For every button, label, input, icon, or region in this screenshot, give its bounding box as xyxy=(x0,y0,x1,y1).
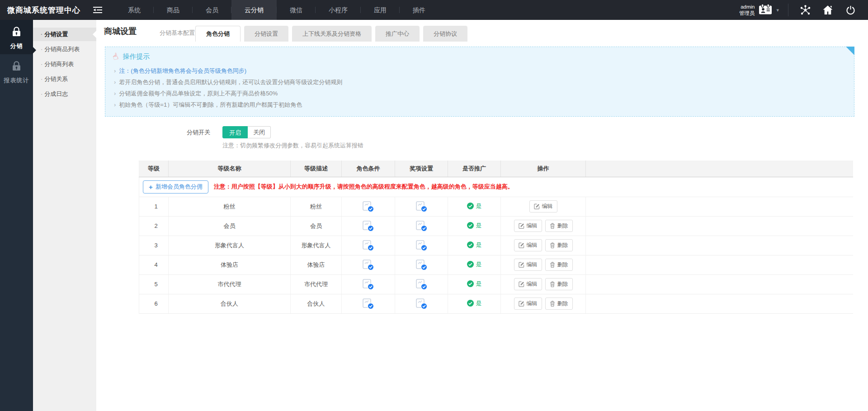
tab-0[interactable]: 角色分销 xyxy=(195,26,241,42)
topbar-nav-item-1[interactable]: 商品 xyxy=(154,0,193,20)
tip-text: 注：(角色分销新增角色将会与会员等级角色同步) xyxy=(119,67,246,74)
level-desc-cell: 粉丝 xyxy=(291,197,342,216)
table-body: 1 粉丝 粉丝 xyxy=(139,197,854,313)
submenu-item-2[interactable]: ·分销商列表 xyxy=(33,57,96,71)
topbar-nav-item-0[interactable]: 系统 xyxy=(115,0,154,20)
page-subtitle: 分销基本配置 xyxy=(160,29,195,37)
topbar-nav-item-5[interactable]: 小程序 xyxy=(316,0,361,20)
topbar-nav-item-6[interactable]: 应用 xyxy=(361,0,400,20)
bullet-dot: · xyxy=(41,76,42,82)
nav-item-label: 云分销 xyxy=(245,6,264,14)
tab-3[interactable]: 推广中心 xyxy=(375,26,420,42)
topbar-nav-item-2[interactable]: 会员 xyxy=(193,0,231,20)
edit-check-icon[interactable] xyxy=(362,278,374,290)
distribution-switch-row: 分销开关 开启 关闭 xyxy=(96,126,868,138)
topbar-nav-item-7[interactable]: 插件 xyxy=(400,0,439,20)
table-row: 6 合伙人 合伙人 xyxy=(139,294,854,313)
role-condition-cell xyxy=(342,216,395,236)
submenu-item-1[interactable]: ·分销商品列表 xyxy=(33,43,96,56)
edit-label: 编辑 xyxy=(527,261,538,269)
edit-button[interactable]: 编辑 xyxy=(514,239,542,251)
nav-item-label: 系统 xyxy=(128,6,141,14)
delete-label: 删除 xyxy=(557,222,568,230)
operations-cell: 编辑 删除 xyxy=(501,255,586,274)
edit-check-icon[interactable] xyxy=(362,200,374,213)
level-name-cell: 合伙人 xyxy=(169,294,291,313)
user-info: admin 管理员 xyxy=(739,4,755,17)
delete-button[interactable]: 删除 xyxy=(545,259,573,271)
edit-check-icon[interactable] xyxy=(362,220,374,232)
user-menu[interactable]: admin 管理员 ▾ xyxy=(739,4,779,17)
lock-icon xyxy=(10,26,23,38)
add-role-button[interactable]: + 新增会员角色分佣 xyxy=(143,180,208,194)
edit-button[interactable]: 编辑 xyxy=(514,278,542,290)
edit-check-icon[interactable] xyxy=(415,298,428,310)
col-reward-setting: 奖项设置 xyxy=(395,161,448,177)
edit-check-icon[interactable] xyxy=(415,259,428,271)
delete-button[interactable]: 删除 xyxy=(545,278,573,290)
share-network-icon[interactable] xyxy=(797,2,813,18)
content-header: 商城设置 分销基本配置 角色分销 分销设置 上下线关系及分销资格 推广中心 分销… xyxy=(96,20,868,42)
level-desc-cell: 市代代理 xyxy=(291,274,342,294)
tab-4[interactable]: 分销协议 xyxy=(423,26,467,42)
delete-label: 删除 xyxy=(557,241,568,249)
tip-item: ›若开启角色分销，普通会员启用默认分销规则，还可以去设置分销商等级设定分销规则 xyxy=(113,76,847,88)
edit-button[interactable]: 编辑 xyxy=(514,259,542,271)
home-icon[interactable] xyxy=(820,2,835,18)
submenu-item-0[interactable]: ·分销设置 xyxy=(33,28,96,41)
promote-cell: 是 xyxy=(448,216,501,236)
topbar-nav-item-3[interactable]: 云分销 xyxy=(231,0,277,20)
level-name-cell: 会员 xyxy=(169,216,291,236)
tips-box: ☝ 操作提示 ›注：(角色分销新增角色将会与会员等级角色同步) ›若开启角色分销… xyxy=(105,47,854,117)
promote-cell: 是 xyxy=(448,236,501,255)
sidebar-module-1[interactable]: 报表统计 xyxy=(0,54,33,89)
col-promote: 是否推广 xyxy=(448,161,501,177)
delete-button[interactable]: 删除 xyxy=(545,220,573,232)
trash-icon xyxy=(550,301,555,307)
level-desc-cell: 合伙人 xyxy=(291,294,342,313)
edit-check-icon[interactable] xyxy=(415,278,428,290)
edit-button[interactable]: 编辑 xyxy=(514,220,542,232)
edit-check-icon[interactable] xyxy=(415,220,428,232)
operations-cell: 编辑 删除 xyxy=(501,294,586,313)
reward-setting-cell xyxy=(395,274,448,294)
topbar-nav-item-4[interactable]: 微信 xyxy=(277,0,316,20)
delete-button[interactable]: 删除 xyxy=(545,239,573,251)
edit-button[interactable]: 编辑 xyxy=(529,200,557,213)
app-title: 微商城系统管理中心 xyxy=(7,5,80,15)
edit-label: 编辑 xyxy=(527,222,538,230)
role-condition-cell xyxy=(342,255,395,274)
sidebar-module-0[interactable]: 分销 xyxy=(0,20,33,54)
promote-value: 是 xyxy=(476,299,482,307)
switch-on-button[interactable]: 开启 xyxy=(222,126,248,138)
blank-cell xyxy=(586,294,854,313)
bullet-dot: · xyxy=(41,90,42,97)
submenu-item-3[interactable]: ·分销关系 xyxy=(33,72,96,86)
pencil-icon xyxy=(519,242,524,248)
delete-button[interactable]: 删除 xyxy=(545,298,573,310)
edit-check-icon[interactable] xyxy=(362,298,374,310)
power-icon[interactable] xyxy=(843,2,858,18)
tab-2[interactable]: 上下线关系及分销资格 xyxy=(292,26,372,42)
collapse-menu-icon[interactable] xyxy=(92,6,103,14)
reward-setting-cell xyxy=(395,236,448,255)
level-cell: 4 xyxy=(139,255,169,274)
edit-check-icon[interactable] xyxy=(362,259,374,271)
switch-off-button[interactable]: 关闭 xyxy=(248,126,271,138)
edit-check-icon[interactable] xyxy=(415,200,428,213)
nav-item-label: 微信 xyxy=(290,6,302,14)
edit-check-icon[interactable] xyxy=(415,239,428,251)
delete-label: 删除 xyxy=(557,280,568,288)
edit-check-icon[interactable] xyxy=(362,239,374,251)
edit-button[interactable]: 编辑 xyxy=(514,298,542,310)
table-toolbar-row: + 新增会员角色分佣 注意：用户按照【等级】从小到大的顺序升级，请按照角色的高级… xyxy=(139,177,854,197)
nav-item-label: 应用 xyxy=(374,6,387,14)
edit-label: 编辑 xyxy=(527,300,538,307)
module-label: 报表统计 xyxy=(0,76,33,85)
tab-1[interactable]: 分销设置 xyxy=(244,26,288,42)
table-notice: 注意：用户按照【等级】从小到大的顺序升级，请按照角色的高级程度来配置角色，越高级… xyxy=(214,183,514,191)
col-level: 等级 xyxy=(139,161,169,177)
reward-setting-cell xyxy=(395,216,448,236)
submenu-item-4[interactable]: ·分成日志 xyxy=(33,87,96,101)
level-name-cell: 市代代理 xyxy=(169,274,291,294)
